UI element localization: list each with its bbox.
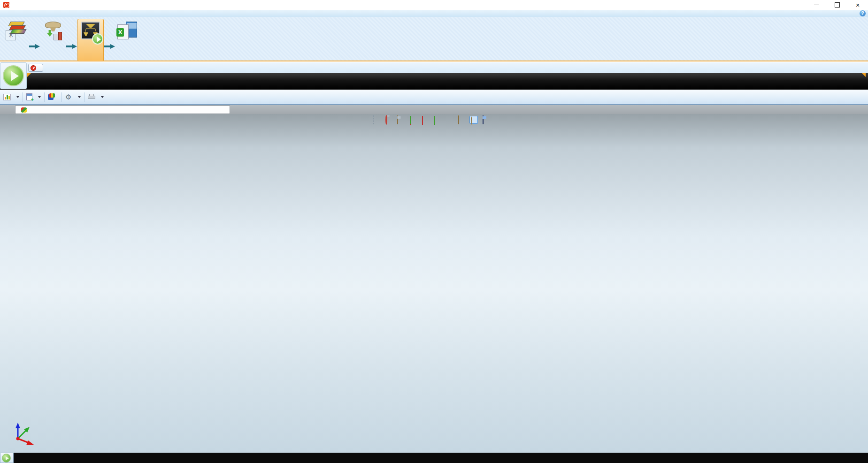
step-publish-results[interactable]: X (114, 19, 140, 61)
period-strip-bottom (0, 453, 868, 463)
bottom-play-panel (0, 453, 14, 463)
flow-arrow-icon (29, 44, 40, 49)
report-icon (26, 93, 32, 100)
chevron-down-icon (38, 96, 41, 98)
step-create-schedule[interactable] (77, 19, 104, 61)
chevron-down-icon (78, 96, 81, 98)
period-end-marker (862, 73, 866, 77)
select-tool-icon[interactable] (372, 116, 380, 124)
clock-icon (31, 65, 36, 71)
screen-icon[interactable] (482, 116, 490, 124)
canvas-tab-bar (0, 105, 868, 114)
period-strip-top (0, 73, 868, 90)
add-chart-button[interactable] (0, 91, 23, 103)
step-setup-schedule[interactable] (40, 19, 66, 61)
excel-publish-icon: X (116, 21, 138, 42)
change-periods-button[interactable] (28, 64, 43, 72)
animation-canvas[interactable] (0, 114, 868, 453)
view-plane-xy-icon[interactable] (408, 116, 417, 124)
flow-arrow-icon (66, 44, 77, 49)
period-start-marker (27, 73, 31, 77)
save-animation-button[interactable] (45, 91, 61, 103)
menu-bar: ? (0, 10, 868, 17)
scheduler-control-row (0, 62, 868, 73)
play-animation-button[interactable] (3, 65, 24, 86)
close-button[interactable]: × (847, 0, 868, 10)
bottom-play-button[interactable] (2, 454, 11, 463)
help-icon[interactable]: ? (860, 10, 866, 16)
chevron-down-icon (101, 96, 104, 98)
view-plane-yz-icon[interactable] (433, 116, 441, 124)
gear-icon: ⚙ (65, 93, 72, 100)
maximize-button[interactable] (827, 0, 847, 10)
canvas-tools (372, 116, 490, 124)
printer-icon (88, 94, 95, 100)
view-plane-xz-icon[interactable] (421, 116, 429, 124)
animation-canvas-icon (21, 107, 27, 113)
chart-icon (3, 94, 11, 100)
schedule-run-icon (80, 21, 101, 43)
play-overlay-icon (92, 33, 103, 45)
solid-icon[interactable] (457, 116, 466, 124)
schedule-blocks-3d-view (0, 114, 868, 453)
chevron-down-icon (16, 96, 19, 98)
add-report-button[interactable] (23, 91, 44, 103)
tab-animation-canvas[interactable] (15, 106, 230, 114)
measure-icon[interactable] (445, 116, 453, 124)
axis-triad (10, 419, 38, 448)
block-model-icon: ✳ (5, 21, 26, 42)
step-define-geology[interactable]: ✳ (2, 19, 29, 61)
rotate-tool-icon[interactable] (384, 116, 392, 124)
minesched-logo-icon (3, 2, 9, 8)
funnel-setup-icon (42, 21, 64, 42)
animation-toolbar: ⚙ (0, 90, 868, 105)
polygon-icon[interactable] (469, 116, 478, 124)
window-controls: × (806, 0, 868, 10)
workflow-ribbon: ✳ X (0, 17, 868, 61)
animation-play-panel (0, 62, 27, 89)
print-button[interactable] (84, 91, 107, 103)
title-bar: × (0, 0, 868, 10)
minimize-button[interactable] (806, 0, 827, 10)
block-table-icon[interactable] (396, 116, 405, 124)
options-button[interactable]: ⚙ (62, 91, 84, 103)
save-icon (48, 93, 56, 100)
